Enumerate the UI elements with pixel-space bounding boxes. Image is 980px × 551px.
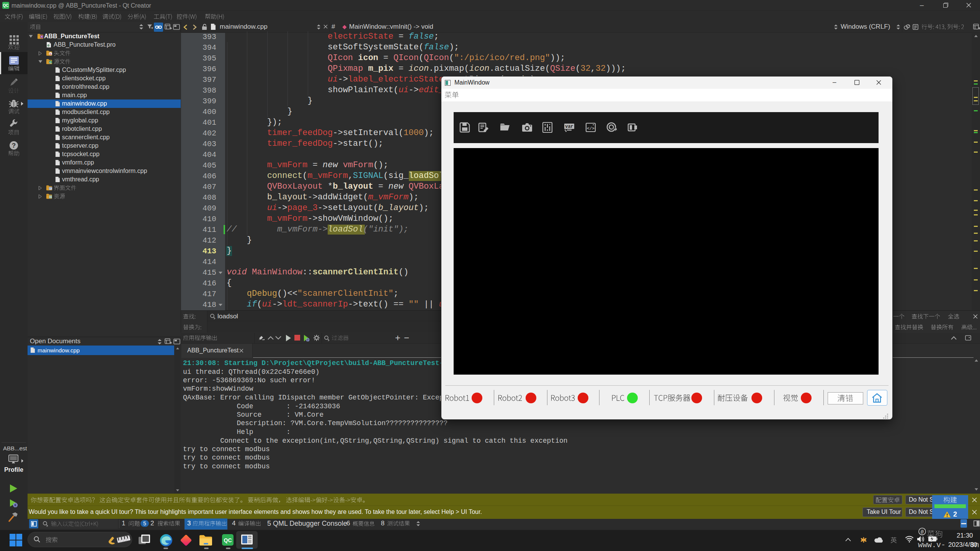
svg-text:C: C bbox=[49, 61, 52, 64]
svg-text:var: var bbox=[565, 124, 573, 129]
svg-text:</>: </> bbox=[587, 126, 595, 131]
svg-text:Qt: Qt bbox=[47, 44, 50, 47]
svg-text:QC: QC bbox=[224, 537, 232, 543]
svg-text:h: h bbox=[50, 52, 52, 56]
svg-text:?: ? bbox=[12, 142, 16, 149]
svg-text:@: @ bbox=[921, 529, 924, 535]
svg-text:QC: QC bbox=[3, 3, 9, 8]
